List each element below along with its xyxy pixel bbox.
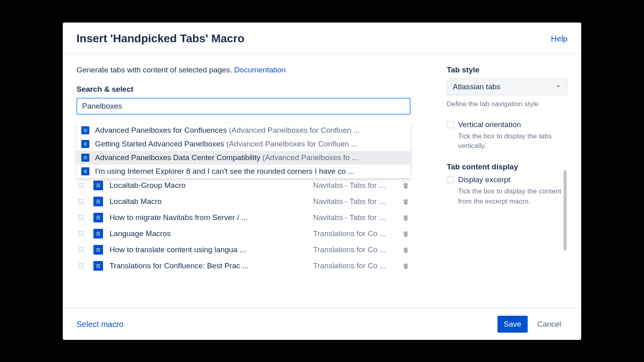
trash-icon[interactable] [401,261,411,271]
tab-style-label: Tab style [447,66,568,74]
drag-handle-icon[interactable] [76,181,86,190]
trash-icon[interactable] [401,197,411,206]
svg-point-15 [79,185,80,186]
page-icon [81,126,89,134]
dialog-body: Generate tabs with content of selected p… [63,53,581,308]
tab-content-display-heading: Tab content display [447,162,568,171]
svg-point-43 [81,219,82,220]
drag-handle-icon[interactable] [76,261,86,271]
svg-point-31 [81,203,82,204]
drag-handle-icon[interactable] [76,213,86,222]
svg-point-76 [81,265,82,267]
drag-handle-icon[interactable] [76,229,86,239]
svg-point-74 [83,263,84,265]
svg-point-66 [79,251,80,253]
right-panel: Tab style Atlassian tabs Define the tab … [447,66,568,308]
item-space: Navitabs - Tabs for ... [313,197,390,206]
svg-point-75 [79,265,80,267]
list-item: Translations for Confluence: Best Prac .… [76,258,411,274]
scrollbar-thumb[interactable] [564,170,567,251]
dropdown-item[interactable]: I'm using Internet Explorer 8 and I can'… [76,165,411,178]
svg-point-68 [83,251,84,253]
svg-point-53 [83,233,84,234]
display-excerpt-label: Display excerpt [458,175,510,184]
svg-rect-33 [96,200,100,200]
svg-point-78 [79,267,80,269]
svg-rect-7 [84,158,87,158]
svg-point-65 [83,249,84,251]
list-item: How to migrate Navitabs from Server / ..… [76,210,411,226]
help-link[interactable]: Help [551,34,568,43]
svg-rect-11 [84,173,87,173]
svg-point-28 [81,201,82,202]
save-button[interactable]: Save [497,316,528,333]
svg-point-36 [79,215,80,216]
scrollbar[interactable] [564,170,567,287]
svg-rect-34 [96,201,100,202]
svg-point-27 [79,201,80,202]
display-excerpt-checkbox[interactable] [447,176,454,183]
item-space: Translations for Co ... [313,245,390,254]
item-space: Translations for Co ... [313,261,390,270]
cancel-button[interactable]: Cancel [531,316,568,333]
svg-rect-82 [96,265,100,266]
drag-handle-icon[interactable] [76,245,86,255]
item-title: Localtab Macro [109,197,305,206]
svg-point-55 [81,235,82,237]
search-input[interactable] [76,98,411,115]
search-dropdown: Advanced Panelboxes for Confluences (Adv… [76,123,411,178]
tab-style-select[interactable]: Atlassian tabs [447,78,568,95]
svg-point-20 [83,187,84,188]
svg-rect-8 [84,159,87,159]
description-prefix: Generate tabs with content of selected p… [76,66,234,74]
item-title: Localtab-Group Macro [109,181,305,190]
svg-point-24 [79,199,80,200]
svg-point-30 [79,203,80,204]
svg-point-41 [83,217,84,218]
select-value: Atlassian tabs [453,82,500,91]
trash-icon[interactable] [401,213,411,222]
page-icon [81,167,89,175]
svg-rect-0 [84,129,87,130]
svg-point-77 [83,265,84,267]
svg-point-17 [83,185,84,186]
display-excerpt-row: Display excerpt [447,175,568,184]
svg-point-79 [81,267,82,269]
selected-pages-list: Localtab-Group Macro Navitabs - Tabs for… [76,177,411,274]
svg-point-40 [81,217,82,218]
svg-point-50 [83,231,84,232]
svg-point-56 [83,235,84,237]
trash-icon[interactable] [401,229,411,239]
drag-handle-icon[interactable] [76,197,86,206]
select-macro-link[interactable]: Select macro [76,320,124,329]
svg-rect-3 [84,143,87,143]
svg-rect-71 [96,251,100,251]
svg-rect-45 [96,216,100,216]
svg-point-64 [81,249,82,251]
svg-point-67 [81,251,82,253]
vertical-orientation-checkbox[interactable] [447,121,454,128]
dropdown-item[interactable]: Getting Started Advanced Panelboxes (Adv… [76,137,411,151]
item-space: Translations for Co ... [313,229,390,238]
svg-rect-23 [96,187,100,187]
dialog-title: Insert 'Handpicked Tabs' Macro [76,32,244,45]
dropdown-item[interactable]: Advanced Panelboxes for Confluences (Adv… [76,123,411,137]
dropdown-item[interactable]: Advanced Panelboxes Data Center Compatib… [76,151,411,165]
documentation-link[interactable]: Documentation [234,66,286,74]
page-icon [93,229,103,239]
trash-icon[interactable] [401,181,411,190]
dropdown-text: I'm using Internet Explorer 8 and I can'… [95,167,354,176]
trash-icon[interactable] [401,245,411,255]
svg-point-80 [83,267,84,269]
svg-point-54 [79,235,80,237]
svg-rect-5 [84,145,87,146]
item-space: Navitabs - Tabs for ... [313,181,390,190]
svg-point-12 [79,183,80,184]
svg-rect-35 [96,203,100,203]
svg-point-29 [83,201,84,202]
vertical-orientation-label: Vertical orientation [458,120,521,129]
page-icon [93,197,103,206]
svg-rect-57 [96,232,100,232]
list-item: Localtab-Group Macro Navitabs - Tabs for… [76,177,411,193]
vertical-orientation-row: Vertical orientation [447,120,568,129]
